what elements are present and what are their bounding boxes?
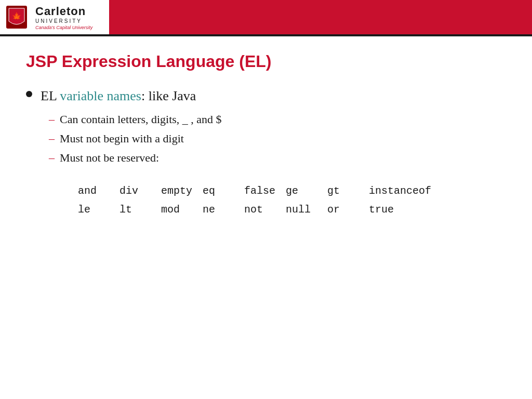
rw-true: true [369, 201, 431, 219]
logo-area: 🍁 Carleton UNIVERSITY Canada's Capital U… [0, 0, 109, 34]
rw-ge: ge [286, 182, 327, 201]
university-subtitle: UNIVERSITY [35, 18, 92, 24]
sub-bullet-2: – Must not begin with a digit [49, 130, 506, 147]
rw-null: null [286, 201, 327, 219]
crest-icon: 🍁 [6, 6, 27, 29]
header-red-bar [109, 0, 532, 34]
main-bullet-item: EL variable names: like Java [26, 87, 506, 105]
rw-empty: empty [161, 182, 203, 201]
rw-and: and [78, 182, 119, 201]
logo-text: Carleton UNIVERSITY Canada's Capital Uni… [35, 5, 92, 30]
page-title: JSP Expression Language (EL) [26, 52, 506, 71]
rw-or: or [327, 201, 369, 219]
university-name: Carleton [35, 5, 92, 18]
rw-instanceof: instanceof [369, 182, 436, 201]
reserved-words-block: and div empty eq false ge gt instanceof … [78, 182, 506, 219]
sub-bullet-3: – Must not be reserved: [49, 149, 506, 166]
dash-icon-2: – [49, 130, 55, 147]
rw-mod: mod [161, 201, 203, 219]
sub-bullet-text-3: Must not be reserved: [60, 149, 159, 166]
sub-bullet-list: – Can contain letters, digits, _ , and $… [49, 111, 506, 166]
rw-not: not [244, 201, 286, 219]
main-content: JSP Expression Language (EL) EL variable… [0, 36, 532, 235]
rw-le: le [78, 201, 119, 219]
rw-lt: lt [119, 201, 161, 219]
dash-icon-1: – [49, 111, 55, 128]
reserved-row-2: le lt mod ne not null or true [78, 201, 506, 219]
rw-false: false [244, 182, 286, 201]
reserved-row-1: and div empty eq false ge gt instanceof [78, 182, 506, 201]
bullet-suffix: : like Java [141, 88, 196, 103]
sub-bullet-text-1: Can contain letters, digits, _ , and $ [60, 111, 222, 128]
rw-gt: gt [327, 182, 369, 201]
header: 🍁 Carleton UNIVERSITY Canada's Capital U… [0, 0, 532, 36]
sub-bullet-text-2: Must not begin with a digit [60, 130, 184, 147]
rw-eq: eq [203, 182, 244, 201]
dash-icon-3: – [49, 149, 55, 166]
sub-bullet-1: – Can contain letters, digits, _ , and $ [49, 111, 506, 128]
university-tagline: Canada's Capital University [35, 25, 92, 30]
rw-div: div [119, 182, 161, 201]
bullet-prefix: EL [41, 88, 60, 103]
rw-ne: ne [203, 201, 244, 219]
bullet-icon [26, 91, 32, 97]
bullet-highlight: variable names [60, 88, 141, 103]
main-bullet-text: EL variable names: like Java [41, 87, 196, 105]
svg-text:🍁: 🍁 [11, 11, 22, 21]
